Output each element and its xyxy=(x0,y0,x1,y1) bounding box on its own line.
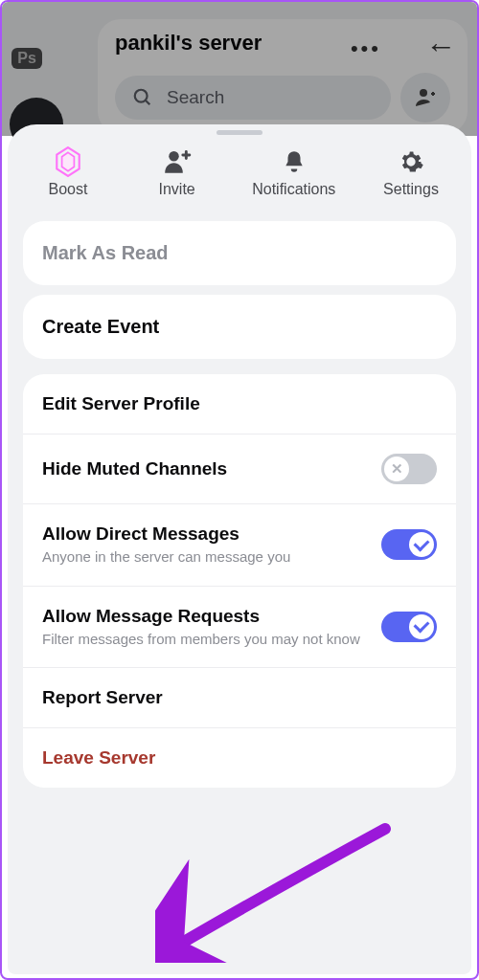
mark-as-read-label: Mark As Read xyxy=(42,242,437,264)
invite-action[interactable]: Invite xyxy=(144,146,211,198)
hide-muted-channels-row[interactable]: Hide Muted Channels ✕ xyxy=(23,434,456,504)
leave-server-row[interactable]: Leave Server xyxy=(23,728,456,788)
bell-icon xyxy=(282,148,307,175)
settings-label: Settings xyxy=(383,181,439,198)
allow-dm-sublabel: Anyone in the server can message you xyxy=(42,547,370,567)
person-plus-icon xyxy=(163,148,192,175)
invite-label: Invite xyxy=(158,181,194,198)
allow-dm-row[interactable]: Allow Direct Messages Anyone in the serv… xyxy=(23,504,456,587)
allow-dm-label: Allow Direct Messages xyxy=(42,523,370,545)
create-event-button[interactable]: Create Event xyxy=(23,295,456,359)
create-event-label: Create Event xyxy=(42,316,437,338)
boost-label: Boost xyxy=(49,181,88,198)
boost-action[interactable]: Boost xyxy=(34,146,102,198)
check-icon xyxy=(414,535,430,551)
server-settings-list: Edit Server Profile Hide Muted Channels … xyxy=(23,374,456,788)
allow-req-sublabel: Filter messages from members you may not… xyxy=(42,630,370,649)
edit-server-profile-label: Edit Server Profile xyxy=(42,393,200,414)
hide-muted-toggle[interactable]: ✕ xyxy=(381,454,437,484)
gear-icon xyxy=(398,148,424,175)
svg-point-3 xyxy=(169,151,179,162)
allow-dm-toggle[interactable] xyxy=(381,529,437,560)
settings-action[interactable]: Settings xyxy=(377,146,445,198)
edit-server-profile-row[interactable]: Edit Server Profile xyxy=(23,374,456,434)
report-server-label: Report Server xyxy=(42,687,163,708)
mark-as-read-button[interactable]: Mark As Read xyxy=(23,221,456,285)
allow-req-toggle[interactable] xyxy=(381,612,437,642)
server-actions-sheet: Boost Invite Notifications Settings xyxy=(8,124,471,974)
allow-message-requests-row[interactable]: Allow Message Requests Filter messages f… xyxy=(23,587,456,669)
notifications-label: Notifications xyxy=(252,181,335,198)
allow-req-label: Allow Message Requests xyxy=(42,606,370,627)
check-icon xyxy=(414,617,430,634)
x-icon: ✕ xyxy=(391,460,403,478)
notifications-action[interactable]: Notifications xyxy=(252,146,335,198)
boost-icon xyxy=(55,146,81,177)
report-server-row[interactable]: Report Server xyxy=(23,668,456,728)
hide-muted-channels-label: Hide Muted Channels xyxy=(42,458,370,479)
leave-server-label: Leave Server xyxy=(42,747,155,768)
